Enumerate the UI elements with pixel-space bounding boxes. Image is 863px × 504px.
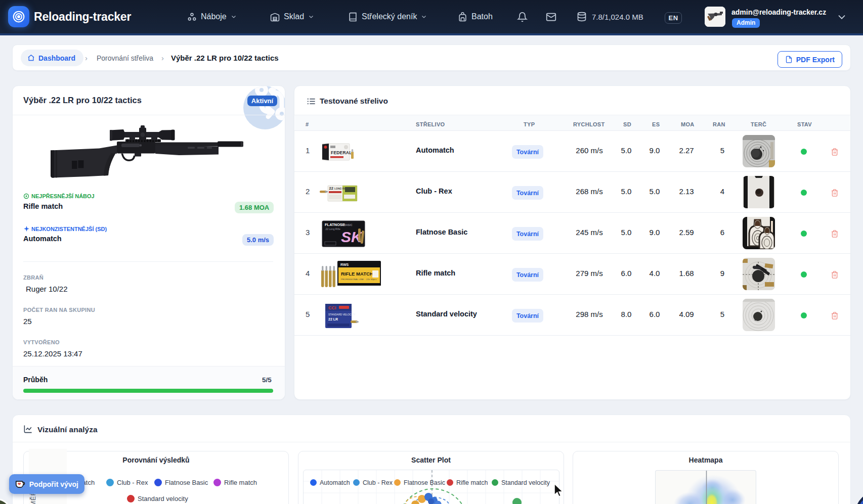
svg-text:STANDARD VELOCITY: STANDARD VELOCITY (328, 313, 356, 316)
svg-text:BASIC: BASIC (344, 223, 353, 226)
svg-text:PROFESSIONAL LINE · .22lr 50pc: PROFESSIONAL LINE · .22lr 50pcs (341, 278, 377, 281)
svg-text:FLATNOSE: FLATNOSE (325, 222, 345, 227)
svg-text:22 LR: 22 LR (328, 317, 338, 321)
svg-text:LONG RIFLE: LONG RIFLE (334, 187, 350, 190)
svg-text:22: 22 (329, 186, 333, 191)
svg-text:.22 Long Rifle: .22 Long Rifle (325, 227, 340, 231)
svg-text:CCI: CCI (328, 305, 336, 310)
svg-text:RIFLE MATCH: RIFLE MATCH (341, 271, 373, 277)
svg-text:FEDERAL: FEDERAL (331, 150, 352, 155)
svg-text:RWS: RWS (340, 263, 349, 266)
